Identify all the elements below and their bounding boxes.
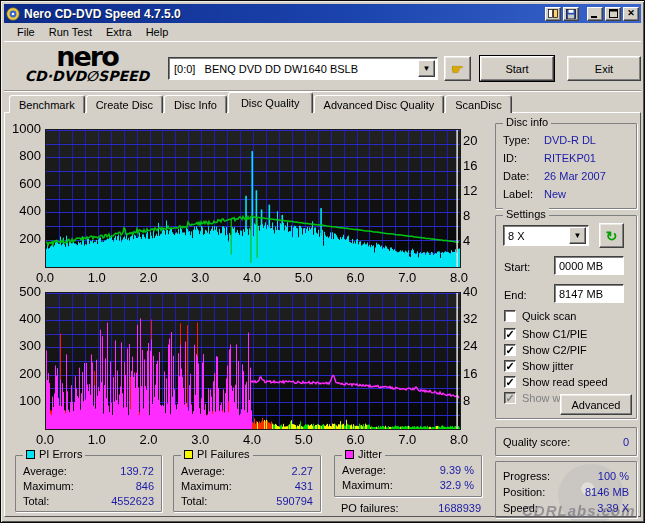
jitter-legend-icon (345, 450, 354, 459)
checkbox-show-c1-pie[interactable]: ✓Show C1/PIE (504, 327, 587, 341)
speed-select-value: 8 X (508, 230, 569, 242)
title-bar: Nero CD-DVD Speed 4.7.5.0 ✕ (4, 4, 641, 23)
end-field[interactable]: 8147 MB (554, 284, 624, 303)
position-value: 8146 MB (585, 486, 629, 498)
pi-failures-total: 590794 (276, 495, 313, 507)
disc-id: RITEKP01 (544, 152, 629, 164)
quality-score-panel: Quality score:0 (495, 427, 637, 456)
pi-errors-legend-icon (26, 450, 35, 459)
tab-disc-quality[interactable]: Disc Quality (228, 92, 313, 113)
quality-score-label: Quality score: (503, 436, 570, 448)
tab-benchmark[interactable]: Benchmark (9, 95, 85, 113)
disc-info-title: Disc info (503, 116, 551, 128)
tab-advanced-disc-quality[interactable]: Advanced Disc Quality (314, 95, 445, 113)
pi-failures-chart (45, 292, 461, 430)
pi-errors-title: PI Errors (39, 448, 82, 460)
settings-title: Settings (503, 208, 549, 220)
po-failures-label: PO failures: (341, 502, 398, 514)
checkbox-quick-scan[interactable]: Quick scan (504, 309, 576, 323)
checkbox-show-jitter[interactable]: ✓Show jitter (504, 359, 573, 373)
app-icon (6, 7, 20, 21)
report-button[interactable] (545, 7, 561, 21)
checkbox-show-c2-pif[interactable]: ✓Show C2/PIF (504, 343, 587, 357)
window-title: Nero CD-DVD Speed 4.7.5.0 (24, 7, 543, 21)
disc-info-panel: Disc info Type:DVD-R DL ID:RITEKP01 Date… (495, 123, 637, 209)
floppy-icon (566, 9, 576, 19)
start-field[interactable]: 0000 MB (554, 256, 624, 275)
save-button[interactable] (563, 7, 579, 21)
drive-select[interactable]: [0:0] BENQ DVD DD DW1640 BSLB ▼ (168, 57, 438, 80)
chevron-down-icon[interactable]: ▼ (418, 60, 435, 77)
app-window: Nero CD-DVD Speed 4.7.5.0 ✕ File Run Tes… (0, 0, 645, 523)
disc-label: New (544, 188, 629, 200)
pi-errors-panel: PI Errors Average:139.72 Maximum:846 Tot… (15, 455, 162, 512)
eject-button[interactable]: ☛ (444, 56, 471, 81)
exit-button[interactable]: Exit (567, 56, 641, 81)
refresh-button[interactable]: ↻ (599, 223, 624, 248)
menu-extra[interactable]: Extra (99, 24, 139, 40)
menu-run-test[interactable]: Run Test (42, 24, 99, 40)
jitter-title: Jitter (358, 448, 382, 460)
disc-type: DVD-R DL (544, 134, 629, 146)
po-failures-row: PO failures: 1688939 (341, 501, 481, 515)
pi-failures-maximum: 431 (295, 480, 313, 492)
menu-bar: File Run Test Extra Help (4, 23, 641, 42)
jitter-panel: Jitter Average:9.39 % Maximum:32.9 % (334, 455, 482, 497)
checkbox-icon: ✓ (504, 360, 516, 372)
progress-value: 100 % (598, 470, 629, 482)
po-failures-value: 1688939 (438, 502, 481, 514)
checkbox-icon (504, 310, 516, 322)
minimize-button[interactable] (587, 7, 603, 21)
jitter-maximum: 32.9 % (440, 479, 474, 491)
start-field-label: Start: (504, 261, 530, 273)
pi-failures-panel: PI Failures Average:2.27 Maximum:431 Tot… (173, 455, 321, 512)
nero-logo: nero CD·DVD∅SPEED (9, 45, 165, 84)
pi-failures-title: PI Failures (197, 448, 250, 460)
cd-dvd-speed-logo-text: CD·DVD∅SPEED (9, 68, 165, 84)
tab-disc-info[interactable]: Disc Info (164, 95, 227, 113)
cdrlabs-watermark: CDRLabs.com (522, 502, 636, 519)
drive-select-value: [0:0] BENQ DVD DD DW1640 BSLB (169, 63, 418, 75)
jitter-average: 9.39 % (440, 464, 474, 476)
checkbox-icon: ✓ (504, 328, 516, 340)
pi-errors-chart (45, 129, 461, 268)
pi-errors-average: 139.72 (120, 465, 154, 477)
tab-strip: Benchmark Create Disc Disc Info Disc Qua… (9, 92, 513, 113)
chevron-down-icon[interactable]: ▼ (569, 227, 586, 244)
disc-date: 26 Mar 2007 (544, 170, 629, 182)
progress-panel: Progress:100 % Position:8146 MB Speed:3.… (495, 461, 637, 518)
checkbox-icon: ✓ (504, 376, 516, 388)
advanced-button[interactable]: Advanced (560, 394, 632, 415)
settings-panel: Settings 8 X ▼ ↻ Start: 0000 MB End: 814… (495, 215, 637, 419)
tab-create-disc[interactable]: Create Disc (86, 95, 163, 113)
pi-failures-average: 2.27 (292, 465, 313, 477)
pi-errors-maximum: 846 (136, 480, 154, 492)
start-button[interactable]: Start (480, 56, 554, 81)
pi-failures-legend-icon (184, 450, 193, 459)
checkbox-show-read-speed[interactable]: ✓Show read speed (504, 375, 608, 389)
maximize-button[interactable] (605, 7, 621, 21)
hand-icon: ☛ (451, 61, 464, 77)
pi-errors-total: 4552623 (111, 495, 154, 507)
book-icon (548, 9, 558, 18)
menu-help[interactable]: Help (139, 24, 176, 40)
nero-logo-text: nero (9, 45, 165, 68)
speed-select[interactable]: 8 X ▼ (503, 225, 589, 246)
tab-scandisc[interactable]: ScanDisc (445, 95, 511, 113)
close-button[interactable]: ✕ (623, 7, 639, 21)
checkbox-icon: ✓ (504, 392, 516, 404)
refresh-icon: ↻ (606, 228, 618, 244)
end-field-label: End: (504, 289, 527, 301)
menu-file[interactable]: File (10, 24, 42, 40)
checkbox-icon: ✓ (504, 344, 516, 356)
quality-score-value: 0 (623, 436, 629, 448)
